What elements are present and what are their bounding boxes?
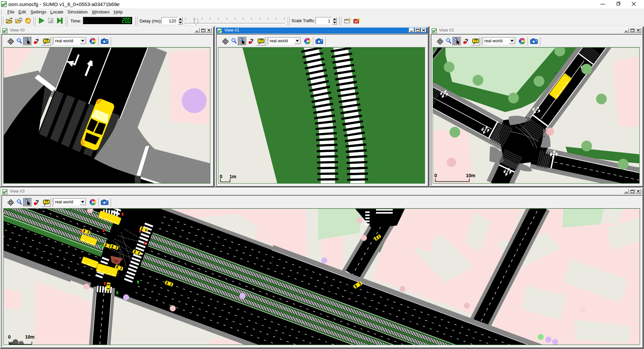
- svg-text:1m: 1m: [229, 174, 236, 179]
- svg-text:0: 0: [8, 334, 11, 340]
- svg-text:!?: !?: [45, 39, 48, 43]
- svg-text:!?: !?: [45, 200, 48, 204]
- svg-text:!?: !?: [260, 39, 263, 43]
- svg-text:0: 0: [220, 174, 222, 179]
- svg-text:0: 0: [434, 173, 437, 178]
- svg-text:!?: !?: [474, 39, 477, 43]
- svg-text:10m: 10m: [466, 173, 475, 178]
- svg-text:3D: 3D: [354, 20, 358, 23]
- svg-text:10m: 10m: [25, 334, 35, 340]
